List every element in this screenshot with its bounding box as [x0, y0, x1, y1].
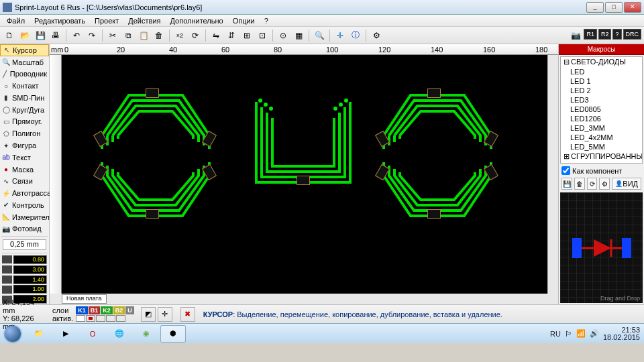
delete-button[interactable]: 🗑: [152, 29, 166, 42]
tree-item-LED[interactable]: LED: [561, 67, 642, 76]
layer-K1[interactable]: K1: [76, 306, 88, 314]
menu-5[interactable]: Опции: [229, 15, 259, 26]
close-button[interactable]: ✕: [624, 2, 641, 13]
task-explorer[interactable]: 📁: [26, 325, 52, 343]
align-button[interactable]: ⊞: [240, 29, 254, 42]
scale-button[interactable]: ×2: [173, 29, 186, 42]
tool-Маска[interactable]: ●Маска: [0, 164, 49, 176]
new-file-button[interactable]: 🗋: [3, 29, 16, 42]
layer-button[interactable]: ▦: [292, 29, 305, 42]
tree-item-LED1206[interactable]: LED1206: [561, 114, 642, 123]
tree-collapsed-СГРУППИРОВАННЫЕ ОТВЕР[interactable]: СГРУППИРОВАННЫЕ ОТВЕР: [561, 152, 642, 162]
info-button[interactable]: ⓘ: [349, 29, 362, 42]
tree-item-LED_4x2MM[interactable]: LED_4x2MM: [561, 133, 642, 142]
menu-0[interactable]: Файл: [3, 15, 29, 26]
macro-rotate-button[interactable]: ⟳: [587, 178, 598, 190]
maximize-button[interactable]: □: [605, 2, 623, 13]
task-opera[interactable]: O: [80, 325, 105, 343]
layer-B2[interactable]: B2: [113, 306, 125, 314]
undo-button[interactable]: ↶: [70, 29, 83, 42]
redo-button[interactable]: ↷: [85, 29, 99, 42]
start-button[interactable]: [0, 324, 25, 344]
tool-Фигура[interactable]: ✦Фигура: [0, 139, 49, 152]
status-btn-1[interactable]: ◩: [141, 307, 156, 322]
tray-clock[interactable]: 21:53 18.02.2015: [603, 326, 640, 341]
tool-Круг/Дуга[interactable]: ◯Круг/Дуга: [0, 104, 49, 116]
task-chrome[interactable]: 🌐: [107, 325, 132, 343]
task-media[interactable]: ▶: [53, 325, 78, 343]
rotate-button[interactable]: ⟳: [189, 29, 202, 42]
tree-item-LED3[interactable]: LED3: [561, 95, 642, 105]
group-button[interactable]: ⊡: [256, 29, 269, 42]
macros-tree[interactable]: СВЕТО-ДИОДЫLEDLED 1LED 2LED3LED0805LED12…: [560, 56, 643, 164]
tree-item-LED 1[interactable]: LED 1: [561, 76, 642, 86]
tool-Измеритель[interactable]: 📐Измеритель: [0, 211, 49, 223]
tool-Масштаб[interactable]: 🔍Масштаб: [0, 56, 49, 68]
task-app[interactable]: ⬢: [160, 325, 186, 343]
camera-icon[interactable]: 📷: [569, 29, 582, 42]
param-2[interactable]: 1.40: [13, 276, 47, 284]
tree-group[interactable]: СВЕТО-ДИОДЫ: [561, 57, 642, 67]
tool-Контроль[interactable]: ✔Контроль: [0, 199, 49, 211]
pcb-canvas[interactable]: [62, 55, 547, 294]
tree-item-LED_5MM[interactable]: LED_5MM: [561, 142, 642, 152]
macro-settings-button[interactable]: ⚙: [599, 178, 610, 190]
tree-item-LED_3MM[interactable]: LED_3MM: [561, 123, 642, 133]
param-0[interactable]: 0.80: [13, 255, 47, 264]
chip-R2[interactable]: R2: [598, 29, 612, 40]
open-file-button[interactable]: 📂: [18, 29, 32, 42]
status-cancel-icon[interactable]: ✖: [180, 307, 195, 322]
menu-2[interactable]: Проект: [91, 15, 123, 26]
grid-value[interactable]: 0,25 mm: [3, 239, 46, 250]
tool-Контакт[interactable]: ○Контакт: [0, 80, 49, 92]
status-btn-2[interactable]: ✛: [158, 307, 172, 322]
tool-Фотовид[interactable]: 📷Фотовид: [0, 223, 49, 235]
macro-preview[interactable]: Drag and Drop: [560, 192, 643, 303]
chip-DRC[interactable]: DRC: [623, 29, 642, 40]
param-1[interactable]: 3.00: [13, 265, 47, 274]
macro-delete-button[interactable]: 🗑: [574, 178, 585, 190]
gear-button[interactable]: ⚙: [370, 29, 383, 42]
tool-Текст[interactable]: abТекст: [0, 152, 49, 164]
snap-button[interactable]: ⊙: [276, 29, 290, 42]
param-3[interactable]: 1.00: [13, 285, 47, 294]
tree-item-LED0805[interactable]: LED0805: [561, 105, 642, 114]
tool-Автотрасса[interactable]: ⚡Автотрасса: [0, 187, 49, 199]
save-button[interactable]: 💾: [34, 29, 47, 42]
horizontal-scrollbar[interactable]: Новая плата: [50, 294, 558, 304]
mirror-h-button[interactable]: ⇋: [209, 29, 223, 42]
layer-U[interactable]: U: [125, 306, 134, 314]
minimize-button[interactable]: _: [586, 2, 604, 13]
chip-?[interactable]: ?: [612, 29, 621, 40]
tree-collapsed-ТИРИСТОРЫ[interactable]: ТИРИСТОРЫ: [561, 162, 642, 164]
vertical-scrollbar[interactable]: [547, 55, 558, 294]
layer-K2[interactable]: K2: [101, 306, 113, 314]
board-tab[interactable]: Новая плата: [62, 294, 107, 304]
cut-button[interactable]: ✂: [106, 29, 119, 42]
chip-R1[interactable]: R1: [584, 29, 597, 40]
macro-view-button[interactable]: 👤 ВИД: [612, 178, 641, 190]
tool-Курсор[interactable]: ↖Курсор: [0, 44, 49, 56]
as-component-checkbox[interactable]: [561, 166, 570, 175]
tray-network-icon[interactable]: 📶: [576, 329, 586, 338]
mirror-v-button[interactable]: ⇵: [225, 29, 238, 42]
tool-Связи[interactable]: ∿Связи: [0, 175, 49, 187]
macro-save-button[interactable]: 💾: [561, 178, 572, 190]
layer-B1[interactable]: B1: [89, 306, 101, 314]
menu-1[interactable]: Редактировать: [30, 15, 89, 26]
tray-lang[interactable]: RU: [550, 330, 561, 338]
tool-SMD-Пин[interactable]: ▮SMD-Пин: [0, 92, 49, 104]
tool-Прямоуг.[interactable]: ▭Прямоуг.: [0, 116, 49, 128]
menu-6[interactable]: ?: [260, 15, 272, 26]
menu-3[interactable]: Действия: [124, 15, 164, 26]
tray-flag-icon[interactable]: 🏳: [565, 330, 572, 338]
tool-Проводник[interactable]: ╱Проводник: [0, 68, 49, 80]
crosshair-button[interactable]: ✛: [333, 29, 347, 42]
copy-button[interactable]: ⧉: [121, 29, 135, 42]
tree-item-LED 2[interactable]: LED 2: [561, 86, 642, 95]
task-android[interactable]: ◉: [133, 325, 159, 343]
tool-Полигон[interactable]: ⬠Полигон: [0, 127, 49, 139]
paste-button[interactable]: 📋: [137, 29, 150, 42]
print-button[interactable]: 🖶: [49, 29, 62, 42]
zoom-button[interactable]: 🔍: [313, 29, 326, 42]
